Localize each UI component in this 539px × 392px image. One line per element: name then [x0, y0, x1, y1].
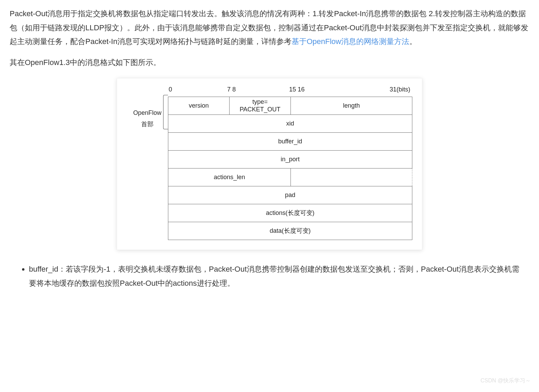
cell-type: type= PACKET_OUT — [230, 97, 291, 115]
paragraph-1: Packet-Out消息用于指定交换机将数据包从指定端口转发出去。触发该消息的情… — [10, 7, 529, 49]
bit-labels-row: 0 7 8 15 16 31(bits) — [169, 84, 412, 95]
cell-actions-len: actions_len — [168, 168, 291, 186]
cell-empty — [291, 168, 412, 186]
cell-buffer-id: buffer_id — [168, 133, 412, 151]
cell-pad: pad — [168, 186, 412, 204]
packet-format-table: version type= PACKET_OUT length xid buff… — [168, 97, 412, 240]
bit-label-0: 0 — [169, 84, 227, 95]
cell-data: data(长度可变) — [168, 222, 412, 240]
paragraph-2: 其在OpenFlow1.3中的消息格式如下图所示。 — [10, 56, 529, 70]
cell-version: version — [168, 97, 230, 115]
p1-text-after: 。 — [409, 37, 417, 46]
list-item: buffer_id：若该字段为-1，表明交换机未缓存数据包，Packet-Out… — [29, 262, 529, 290]
field-description-list: buffer_id：若该字段为-1，表明交换机未缓存数据包，Packet-Out… — [29, 262, 529, 290]
cell-xid: xid — [168, 115, 412, 133]
cell-in-port: in_port — [168, 151, 412, 168]
p1-text-before: Packet-Out消息用于指定交换机将数据包从指定端口转发出去。触发该消息的情… — [10, 9, 528, 46]
packet-out-diagram: OpenFlow 首部 0 7 8 15 16 31(bits) version… — [10, 78, 529, 250]
cell-length: length — [291, 97, 412, 115]
bit-label-31: 31(bits) — [355, 84, 412, 95]
reference-link[interactable]: 基于OpenFlow消息的网络测量方法 — [292, 37, 409, 46]
bit-label-1516: 15 16 — [289, 84, 355, 95]
cell-actions: actions(长度可变) — [168, 204, 412, 222]
bit-label-78: 7 8 — [227, 84, 289, 95]
openflow-header-label: OpenFlow 首部 — [127, 84, 168, 130]
bracket-icon — [163, 95, 168, 129]
